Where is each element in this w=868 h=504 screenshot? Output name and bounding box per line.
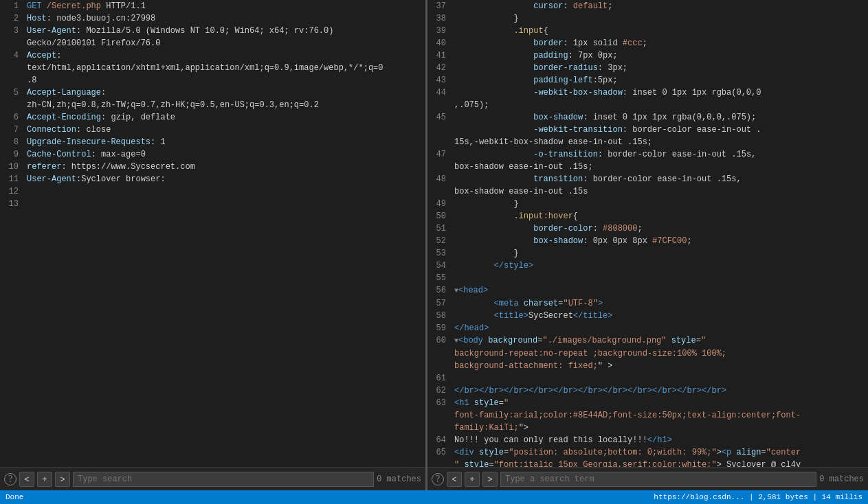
line-row: background-repeat:no-repeat ;background-… xyxy=(427,347,868,360)
status-right: https://blog.csdn... | 2,581 bytes | 14 … xyxy=(654,493,863,501)
status-bar: Done https://blog.csdn... | 2,581 bytes … xyxy=(0,490,868,504)
line-row: -webkit-transition: border-color ease-in… xyxy=(427,124,868,136)
line-row: 41 padding: 7px 0px; xyxy=(427,49,868,62)
line-row: 62 </br></br></br></br></br></br></br></… xyxy=(427,385,868,397)
status-left: Done xyxy=(5,493,23,501)
line-row: Gecko/20100101 Firefox/76.0 xyxy=(0,37,425,49)
line-row: 42 border-radius: 3px; xyxy=(427,62,868,74)
line-row: box-shadow ease-in-out .15s; xyxy=(427,161,868,173)
left-search-input[interactable] xyxy=(73,472,374,487)
left-code-area: 1 GET /Secret.php HTTP/1.1 2 Host: node3… xyxy=(0,0,425,467)
line-row: 15s,-webkit-box-shadow ease-in-out .15s; xyxy=(427,136,868,148)
line-row: 64 No!!! you can only read this locally!… xyxy=(427,434,868,446)
left-next-button[interactable]: > xyxy=(55,472,70,487)
line-row: text/html,application/xhtml+xml,applicat… xyxy=(0,62,425,74)
line-row: 48 transition: border-color ease-in-out … xyxy=(427,173,868,185)
right-next-button[interactable]: > xyxy=(482,472,498,487)
line-row: 54 </style> xyxy=(427,260,868,272)
line-row: family:KaiTi;"> xyxy=(427,422,868,434)
line-row: box-shadow ease-in-out .15s xyxy=(427,185,868,198)
left-help-button[interactable]: ? xyxy=(4,473,16,485)
line-row: 50 .input:hover{ xyxy=(427,210,868,222)
right-help-button[interactable]: ? xyxy=(432,473,444,485)
right-search-bar: ? < + > 0 matches xyxy=(427,467,868,490)
line-row: 2 Host: node3.buuoj.cn:27998 xyxy=(0,12,425,25)
line-row: 5 Accept-Language: xyxy=(0,87,425,99)
line-row: " style="font:italic 15px Georgia,serif;… xyxy=(427,459,868,467)
line-row: 8 Upgrade-Insecure-Requests: 1 xyxy=(0,136,425,148)
line-row: 65 <div style="position: absolute;bottom… xyxy=(427,446,868,459)
line-row: 49 } xyxy=(427,198,868,210)
line-row: zh-CN,zh;q=0.8,zh-TW;q=0.7,zh-HK;q=0.5,e… xyxy=(0,99,425,111)
right-code-area: 37 cursor: default; 38 } 39 .input{ 40 xyxy=(427,0,868,467)
line-row: 1 GET /Secret.php HTTP/1.1 xyxy=(0,0,425,12)
left-search-matches: 0 matches xyxy=(377,474,421,484)
line-row: background-attachment: fixed;" > xyxy=(427,360,868,372)
right-search-input[interactable] xyxy=(500,472,816,487)
line-row: 7 Connection: close xyxy=(0,124,425,136)
line-row: 61 xyxy=(427,372,868,385)
line-row: 59 </head> xyxy=(427,322,868,334)
line-row: ,.075); xyxy=(427,99,868,111)
line-row: 37 cursor: default; xyxy=(427,0,868,12)
line-row: .8 xyxy=(0,74,425,87)
line-row: 51 border-color: #808000; xyxy=(427,222,868,235)
left-search-bar: ? < + > 0 matches xyxy=(0,467,425,490)
right-pane: 37 cursor: default; 38 } 39 .input{ 40 xyxy=(427,0,868,490)
right-code-scroll[interactable]: 37 cursor: default; 38 } 39 .input{ 40 xyxy=(427,0,868,467)
line-row: 9 Cache-Control: max-age=0 xyxy=(0,148,425,161)
line-row: 43 padding-left:5px; xyxy=(427,74,868,87)
line-row: 10 referer: https://www.Sycsecret.com xyxy=(0,161,425,173)
line-row: 44 -webkit-box-shadow: inset 0 1px 1px r… xyxy=(427,87,868,99)
right-search-matches: 0 matches xyxy=(819,474,864,484)
right-add-button[interactable]: + xyxy=(465,472,480,487)
line-row: 47 -o-transition: border-color ease-in-o… xyxy=(427,148,868,161)
line-row: 53 } xyxy=(427,247,868,260)
line-row: 12 xyxy=(0,185,425,198)
line-row: 55 xyxy=(427,272,868,284)
line-row: 63 <h1 style=" xyxy=(427,397,868,409)
line-row: 45 box-shadow: inset 0 1px 1px rgba(0,0,… xyxy=(427,111,868,124)
line-row: 52 box-shadow: 0px 0px 8px #7CFC00; xyxy=(427,235,868,247)
line-row: 57 <meta charset="UTF-8"> xyxy=(427,297,868,310)
line-row: 40 border: 1px solid #ccc; xyxy=(427,37,868,49)
line-row: 6 Accept-Encoding: gzip, deflate xyxy=(0,111,425,124)
line-row: 13 xyxy=(0,198,425,210)
left-code-scroll[interactable]: 1 GET /Secret.php HTTP/1.1 2 Host: node3… xyxy=(0,0,425,467)
line-row: 3 User-Agent: Mozilla/5.0 (Windows NT 10… xyxy=(0,25,425,37)
line-row: 4 Accept: xyxy=(0,49,425,62)
left-prev-button[interactable]: < xyxy=(19,472,34,487)
right-prev-button[interactable]: < xyxy=(447,472,462,487)
line-row: 11 User-Agent:Syclover browser: xyxy=(0,173,425,185)
line-row: 39 .input{ xyxy=(427,25,868,37)
line-row: 38 } xyxy=(427,12,868,25)
line-row: 58 <title>SycSecret</title> xyxy=(427,310,868,322)
left-add-button[interactable]: + xyxy=(37,472,52,487)
left-pane: 1 GET /Secret.php HTTP/1.1 2 Host: node3… xyxy=(0,0,426,490)
line-row: 56 ▼<head> xyxy=(427,284,868,297)
line-row: 60 ▼<body background="./images/backgroun… xyxy=(427,334,868,347)
line-row: font-family:arial;color:#8E44AD;font-siz… xyxy=(427,409,868,422)
